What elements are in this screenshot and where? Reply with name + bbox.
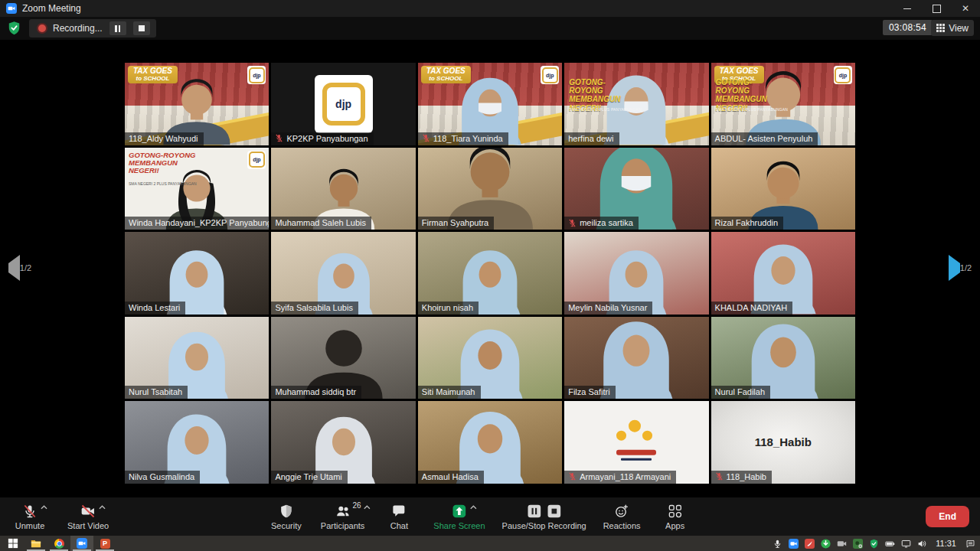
- participant-name-text: 118_Habib: [727, 472, 766, 481]
- banner-line2: to SCHOOL: [133, 76, 172, 82]
- participant-name-display: 118_Habib: [711, 435, 855, 448]
- participant-tile[interactable]: TAX GOESto SCHOOLGOTONG-ROYONG MEMBANGUN…: [711, 63, 855, 145]
- tray-volume-icon[interactable]: [916, 538, 927, 549]
- participant-tile[interactable]: GOTONG-ROYONG MEMBANGUN NEGERI!SMA NEGER…: [564, 63, 708, 145]
- tray-red-app-icon[interactable]: [804, 538, 815, 549]
- tray-microphone-icon[interactable]: [772, 538, 782, 549]
- participants-button[interactable]: 26Participants: [318, 497, 368, 536]
- participant-tile[interactable]: Firman Syahputra: [418, 148, 562, 230]
- tray-display-icon[interactable]: [900, 538, 911, 549]
- recording-dot-icon: [38, 24, 46, 32]
- unmute-button[interactable]: Unmute: [9, 497, 51, 536]
- participant-name: KP2KP Panyabungan: [271, 132, 373, 145]
- pause-recording-button[interactable]: [109, 21, 126, 35]
- participant-tile[interactable]: djpKP2KP Panyabungan: [271, 63, 415, 145]
- participant-name-text: Filza Safitri: [568, 387, 609, 396]
- minimize-button[interactable]: [893, 0, 922, 17]
- chevron-up-icon[interactable]: [99, 505, 106, 510]
- participant-tile[interactable]: Nurul Fadilah: [711, 317, 855, 399]
- participant-tile[interactable]: Khoirun nisah: [418, 232, 562, 315]
- participant-tile[interactable]: Meylin Nabila Yusnar: [564, 232, 708, 315]
- participant-tile[interactable]: TAX GOESto SCHOOLdjp118_Tiara Yuninda: [418, 63, 562, 145]
- file-explorer-taskbar-icon[interactable]: [24, 536, 47, 551]
- tray-green-arrow-icon[interactable]: [820, 538, 831, 549]
- view-button[interactable]: View: [931, 20, 974, 36]
- participant-tile[interactable]: Muhammad siddiq btr: [271, 317, 415, 399]
- next-page-control[interactable]: 1/2: [945, 263, 975, 272]
- participant-tile[interactable]: Siti Maimunah: [418, 317, 562, 399]
- end-meeting-button[interactable]: End: [926, 506, 969, 527]
- page-indicator-right: 1/2: [960, 263, 972, 272]
- chevron-up-icon[interactable]: [364, 505, 371, 510]
- participant-name-text: Muhammad siddiq btr: [275, 387, 356, 396]
- emblem-figure: [629, 420, 641, 432]
- tray-screen-record-icon[interactable]: [852, 538, 863, 549]
- participant-tile[interactable]: Muhammad Saleh Lubis: [271, 148, 415, 230]
- participant-name: KHALDA NADIYAH: [711, 302, 793, 315]
- participant-tile[interactable]: Syifa Salsabila Lubis: [271, 232, 415, 315]
- participant-tile[interactable]: 118_Habib118_Habib: [711, 401, 855, 484]
- participant-tile[interactable]: Nilva Gusmalinda: [125, 401, 269, 484]
- pause-stop-recording-button[interactable]: Pause/Stop Recording: [499, 497, 590, 536]
- stop-recording-button[interactable]: [133, 21, 150, 35]
- participant-name: Khoirun nisah: [418, 302, 479, 315]
- participant-tile[interactable]: Armayani_118 Armayani: [564, 401, 708, 484]
- emblem-text-bar: [621, 458, 652, 461]
- participant-name-text: KHALDA NADIYAH: [715, 303, 788, 312]
- participant-tile[interactable]: Winda Lestari: [125, 232, 269, 315]
- start-taskbar-icon[interactable]: [2, 536, 24, 551]
- chat-label: Chat: [390, 522, 408, 530]
- participant-name-text: Anggie Trie Utami: [275, 472, 341, 481]
- start-video-button[interactable]: Start Video: [64, 497, 112, 536]
- chat-button[interactable]: Chat: [378, 497, 420, 536]
- participant-tile[interactable]: meiliza sartika: [564, 148, 708, 230]
- participant-name: Filza Safitri: [564, 386, 615, 399]
- powerpoint-taskbar-icon[interactable]: P: [93, 536, 116, 551]
- tray-camera-icon[interactable]: [836, 538, 847, 549]
- smiley-icon: [614, 504, 629, 520]
- djp-logo: djp: [247, 151, 266, 169]
- shield-icon: [279, 504, 294, 520]
- participant-name: Nurul Fadilah: [711, 386, 770, 399]
- previous-page-control[interactable]: 1/2: [5, 263, 35, 272]
- participant-tile[interactable]: Nurul Tsabitah: [125, 317, 269, 399]
- participant-tile[interactable]: Filza Safitri: [564, 317, 708, 399]
- chevron-up-icon[interactable]: [470, 505, 477, 510]
- video-grid: TAX GOESto SCHOOLdjp118_Aldy WahyudidjpK…: [125, 63, 855, 484]
- share-screen-button[interactable]: Share Screen: [430, 497, 488, 536]
- close-button[interactable]: ✕: [951, 0, 980, 17]
- participant-tile[interactable]: Anggie Trie Utami: [271, 401, 415, 484]
- taskbar-clock: 11:31: [936, 539, 956, 548]
- djp-logo-text: djp: [542, 67, 558, 83]
- apps-button[interactable]: Apps: [655, 497, 696, 536]
- tray-shield-check-icon[interactable]: [868, 538, 879, 549]
- chevron-up-icon[interactable]: [41, 505, 47, 510]
- participant-name: ABDUL- Asisten Penyuluh: [711, 132, 818, 145]
- emblem-figure: [642, 431, 652, 441]
- taskbar-apps: P: [0, 536, 116, 551]
- reactions-button[interactable]: Reactions: [600, 497, 644, 536]
- participant-tile[interactable]: GOTONG-ROYONG MEMBANGUN NEGERI!SMA NEGER…: [125, 148, 269, 230]
- apps-icon: [668, 504, 683, 520]
- chrome-taskbar-icon[interactable]: [47, 536, 70, 551]
- action-center-icon[interactable]: [965, 538, 975, 549]
- meeting-security-shield-icon[interactable]: [7, 21, 21, 35]
- zoom-taskbar-icon[interactable]: [70, 536, 93, 551]
- motto-text-red: GOTONG-ROYONG MEMBANGUN NEGERI!: [129, 152, 199, 175]
- tray-battery-icon[interactable]: [884, 538, 895, 549]
- participant-tile[interactable]: Rizal Fakhruddin: [711, 148, 855, 230]
- tray-zoom-icon[interactable]: [788, 538, 799, 549]
- participant-tile[interactable]: KHALDA NADIYAH: [711, 232, 855, 315]
- system-tray: 11:31: [772, 538, 980, 549]
- people-icon: 26: [335, 504, 351, 520]
- maximize-button[interactable]: [922, 0, 951, 17]
- page-indicator-left: 1/2: [20, 263, 31, 272]
- security-button[interactable]: Security: [266, 497, 307, 536]
- participant-name: Muhammad Saleh Lubis: [271, 217, 371, 230]
- security-label: Security: [271, 522, 302, 530]
- banner-line1: TAX GOES: [720, 67, 759, 76]
- participant-tile[interactable]: TAX GOESto SCHOOLdjp118_Aldy Wahyudi: [125, 63, 269, 145]
- participant-name-text: Nurul Fadilah: [715, 387, 765, 396]
- participant-tile[interactable]: Asmaul Hadisa: [418, 401, 562, 484]
- banner-line1: TAX GOES: [133, 67, 172, 76]
